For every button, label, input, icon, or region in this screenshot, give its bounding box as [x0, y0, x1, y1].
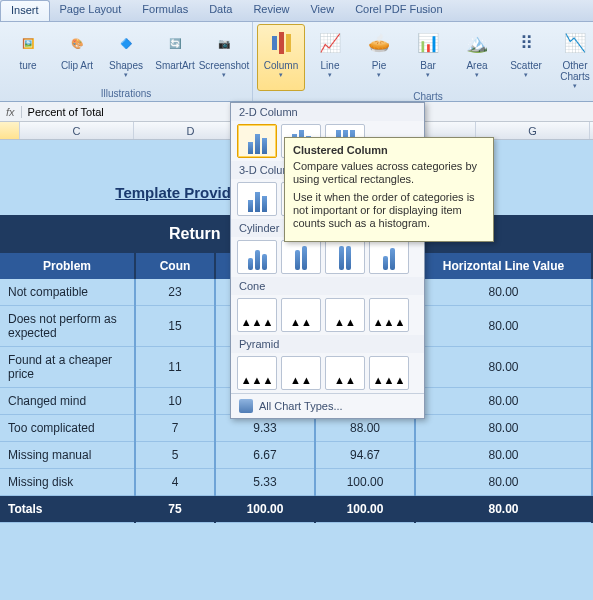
all-charts-icon	[239, 399, 253, 413]
gallery-cat-cone: Cone	[231, 277, 424, 295]
pyramid-2[interactable]: ▲▲	[281, 356, 321, 390]
all-chart-types-option[interactable]: All Chart Types...	[231, 393, 424, 418]
cell-count[interactable]: 5	[135, 442, 215, 469]
line-chart-icon: 📈	[314, 27, 346, 59]
group-charts: Column▾ 📈Line▾ 🥧Pie▾ 📊Bar▾ 🏔️Area▾ ⠿Scat…	[253, 22, 593, 101]
cell-count[interactable]: 4	[135, 469, 215, 496]
pyramid-1[interactable]: ▲▲▲	[237, 356, 277, 390]
group-label: Illustrations	[101, 88, 152, 101]
cell-cum[interactable]: 100.00	[315, 469, 415, 496]
area-chart-button[interactable]: 🏔️Area▾	[453, 24, 501, 91]
cylinder-3[interactable]	[325, 240, 365, 274]
cell-problem[interactable]: Found at a cheaper price	[0, 347, 135, 388]
formula-value[interactable]: Percent of Total	[22, 106, 110, 118]
cell-problem[interactable]: Not compatible	[0, 279, 135, 306]
clipart-icon: 🎨	[61, 27, 93, 59]
clustered-column-option[interactable]	[237, 124, 277, 158]
gallery-cat-2d: 2-D Column	[231, 103, 424, 121]
cell-cum[interactable]: 94.67	[315, 442, 415, 469]
gallery-cat-pyramid: Pyramid	[231, 335, 424, 353]
cell-count[interactable]: 15	[135, 306, 215, 347]
cell-count[interactable]: 7	[135, 415, 215, 442]
totals-count: 75	[135, 496, 215, 523]
cone-1[interactable]: ▲▲▲	[237, 298, 277, 332]
bar-chart-icon: 📊	[412, 27, 444, 59]
totals-row: Totals 75 100.00 100.00 80.00	[0, 496, 592, 523]
scatter-chart-icon: ⠿	[510, 27, 542, 59]
cell-hlv[interactable]: 80.00	[415, 347, 592, 388]
pie-chart-icon: 🥧	[363, 27, 395, 59]
tab-formulas[interactable]: Formulas	[132, 0, 199, 21]
tab-corel-pdf[interactable]: Corel PDF Fusion	[345, 0, 453, 21]
3d-clustered-option[interactable]	[237, 182, 277, 216]
cell-problem[interactable]: Missing disk	[0, 469, 135, 496]
shapes-icon: 🔷	[110, 27, 142, 59]
screenshot-icon: 📷	[208, 27, 240, 59]
fx-label[interactable]: fx	[0, 106, 22, 118]
cell-hlv[interactable]: 80.00	[415, 469, 592, 496]
tab-page-layout[interactable]: Page Layout	[50, 0, 133, 21]
tab-insert[interactable]: Insert	[0, 0, 50, 21]
scatter-chart-button[interactable]: ⠿Scatter▾	[502, 24, 550, 91]
picture-button[interactable]: 🖼️ture	[4, 24, 52, 88]
smartart-button[interactable]: 🔄SmartArt	[151, 24, 199, 88]
cone-4[interactable]: ▲▲▲	[369, 298, 409, 332]
tab-view[interactable]: View	[300, 0, 345, 21]
bar-chart-button[interactable]: 📊Bar▾	[404, 24, 452, 91]
cylinder-2[interactable]	[281, 240, 321, 274]
screenshot-button[interactable]: 📷Screenshot▾	[200, 24, 248, 88]
pyramid-3[interactable]: ▲▲	[325, 356, 365, 390]
th-count: Coun	[135, 253, 215, 279]
col-header-c[interactable]: C	[20, 122, 134, 139]
tooltip-title: Clustered Column	[293, 144, 485, 156]
cell-hlv[interactable]: 80.00	[415, 388, 592, 415]
cell-hlv[interactable]: 80.00	[415, 306, 592, 347]
cell-problem[interactable]: Missing manual	[0, 442, 135, 469]
cone-2[interactable]: ▲▲	[281, 298, 321, 332]
cell-count[interactable]: 23	[135, 279, 215, 306]
pyramid-4[interactable]: ▲▲▲	[369, 356, 409, 390]
cell-hlv[interactable]: 80.00	[415, 279, 592, 306]
cell-hlv[interactable]: 80.00	[415, 415, 592, 442]
line-chart-button[interactable]: 📈Line▾	[306, 24, 354, 91]
cylinder-4[interactable]	[369, 240, 409, 274]
totals-pct: 100.00	[215, 496, 315, 523]
cell-count[interactable]: 11	[135, 347, 215, 388]
cell-problem[interactable]: Does not perform as expected	[0, 306, 135, 347]
ribbon-tabs: Insert Page Layout Formulas Data Review …	[0, 0, 593, 22]
totals-hlv: 80.00	[415, 496, 592, 523]
totals-label: Totals	[0, 496, 135, 523]
smartart-icon: 🔄	[159, 27, 191, 59]
tab-review[interactable]: Review	[243, 0, 300, 21]
tooltip-line1: Compare values across categories by usin…	[293, 160, 485, 186]
pie-chart-button[interactable]: 🥧Pie▾	[355, 24, 403, 91]
column-chart-icon	[265, 27, 297, 59]
tooltip-line2: Use it when the order of categories is n…	[293, 191, 485, 230]
cell-pct[interactable]: 6.67	[215, 442, 315, 469]
table-row[interactable]: Missing disk45.33100.0080.00	[0, 469, 592, 496]
other-charts-icon: 📉	[559, 27, 591, 59]
area-chart-icon: 🏔️	[461, 27, 493, 59]
picture-icon: 🖼️	[12, 27, 44, 59]
cell-problem[interactable]: Too complicated	[0, 415, 135, 442]
clipart-button[interactable]: 🎨Clip Art	[53, 24, 101, 88]
cell-pct[interactable]: 5.33	[215, 469, 315, 496]
totals-cum: 100.00	[315, 496, 415, 523]
col-header-b[interactable]	[0, 122, 20, 139]
cell-count[interactable]: 10	[135, 388, 215, 415]
cell-problem[interactable]: Changed mind	[0, 388, 135, 415]
table-row[interactable]: Missing manual56.6794.6780.00	[0, 442, 592, 469]
th-problem: Problem	[0, 253, 135, 279]
tab-data[interactable]: Data	[199, 0, 243, 21]
cylinder-1[interactable]	[237, 240, 277, 274]
tooltip: Clustered Column Compare values across c…	[284, 137, 494, 242]
cell-hlv[interactable]: 80.00	[415, 442, 592, 469]
ribbon: 🖼️ture 🎨Clip Art 🔷Shapes▾ 🔄SmartArt 📷Scr…	[0, 22, 593, 102]
th-hlv: Horizontal Line Value	[415, 253, 592, 279]
group-illustrations: 🖼️ture 🎨Clip Art 🔷Shapes▾ 🔄SmartArt 📷Scr…	[0, 22, 253, 101]
cone-3[interactable]: ▲▲	[325, 298, 365, 332]
shapes-button[interactable]: 🔷Shapes▾	[102, 24, 150, 88]
other-charts-button[interactable]: 📉Other Charts▾	[551, 24, 593, 91]
column-chart-button[interactable]: Column▾	[257, 24, 305, 91]
